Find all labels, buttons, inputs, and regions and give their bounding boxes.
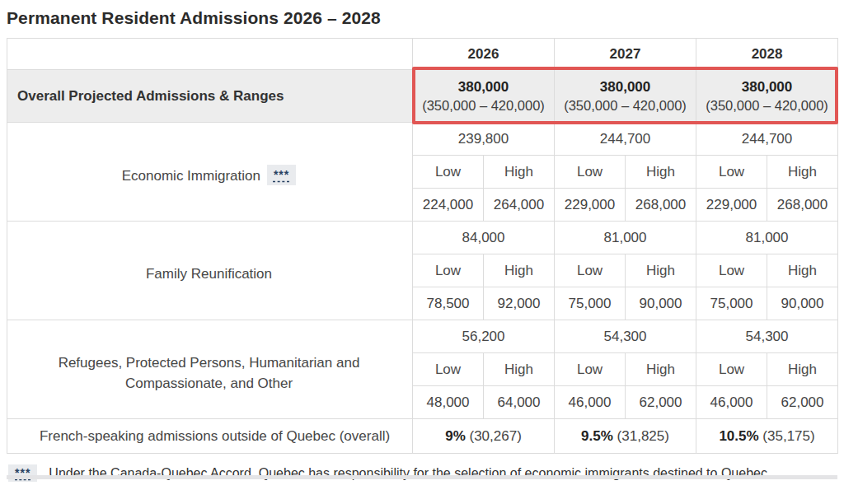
low-header: Low [696, 156, 767, 189]
family-target-2028: 81,000 [696, 222, 838, 254]
footnote-marker-link[interactable]: *** [267, 165, 296, 185]
overall-cell-2027: 380,000 (350,000 – 420,000) [555, 70, 696, 123]
french-cell-2027: 9.5% (31,825) [555, 419, 696, 454]
family-low-2028: 75,000 [696, 287, 767, 320]
overall-range: (350,000 – 420,000) [696, 97, 837, 114]
french-cell-2028: 10.5% (35,175) [696, 419, 838, 454]
overall-cell-2028: 380,000 (350,000 – 420,000) [696, 70, 838, 123]
french-count: (30,267) [470, 428, 522, 444]
admissions-table: 2026 2027 2028 Overall Projected Admissi… [7, 38, 838, 454]
economic-target-2026: 239,800 [413, 123, 555, 156]
family-target-row: Family Reunification 84,000 81,000 81,00… [7, 222, 838, 254]
high-header: High [484, 156, 555, 189]
refugees-low-2026: 48,000 [413, 386, 484, 419]
family-target-2027: 81,000 [555, 222, 696, 254]
refugees-high-2027: 62,000 [626, 386, 696, 419]
french-count: (31,825) [617, 428, 669, 444]
refugees-target-2027: 54,300 [555, 320, 696, 353]
family-low-2026: 78,500 [413, 287, 484, 320]
low-header: Low [555, 156, 626, 189]
refugees-target-2028: 54,300 [696, 320, 838, 353]
overall-value: 380,000 [413, 78, 554, 97]
admissions-table-wrap: 2026 2027 2028 Overall Projected Admissi… [7, 38, 837, 454]
overall-value: 380,000 [555, 78, 696, 97]
refugees-label-cell: Refugees, Protected Persons, Humanitaria… [7, 320, 413, 419]
high-header: High [626, 254, 696, 287]
family-label: Family Reunification [146, 266, 272, 282]
french-label: French-speaking admissions outside of Qu… [7, 419, 413, 454]
high-header: High [626, 353, 696, 386]
economic-high-2028: 268,000 [767, 189, 838, 222]
refugees-low-2028: 46,000 [696, 386, 767, 419]
low-header: Low [696, 353, 767, 386]
economic-low-2028: 229,000 [696, 189, 767, 222]
refugees-target-2026: 56,200 [413, 320, 555, 353]
high-header: High [484, 254, 555, 287]
low-header: Low [696, 254, 767, 287]
economic-target-2027: 244,700 [555, 123, 696, 156]
economic-high-2026: 264,000 [484, 189, 555, 222]
high-header: High [484, 353, 555, 386]
overall-range: (350,000 – 420,000) [413, 97, 554, 114]
bottom-divider [7, 475, 837, 479]
low-header: Low [413, 156, 484, 189]
year-header-row: 2026 2027 2028 [7, 39, 838, 70]
overall-row-label: Overall Projected Admissions & Ranges [7, 70, 413, 123]
low-header: Low [555, 353, 626, 386]
family-high-2027: 90,000 [626, 287, 696, 320]
overall-value: 380,000 [696, 78, 837, 97]
french-percent: 9% [445, 428, 466, 444]
refugees-label: Refugees, Protected Persons, Humanitaria… [59, 355, 360, 391]
economic-label: Economic Immigration [122, 168, 260, 184]
low-header: Low [413, 254, 484, 287]
family-high-2028: 90,000 [767, 287, 838, 320]
economic-low-2026: 224,000 [413, 189, 484, 222]
french-percent: 9.5% [581, 428, 613, 444]
low-header: Low [555, 254, 626, 287]
french-cell-2026: 9% (30,267) [413, 419, 555, 454]
refugees-low-2027: 46,000 [555, 386, 626, 419]
family-low-2027: 75,000 [555, 287, 626, 320]
overall-cell-2026: 380,000 (350,000 – 420,000) [413, 70, 555, 123]
header-empty-cell [7, 39, 413, 70]
page: Permanent Resident Admissions 2026 – 202… [0, 0, 844, 482]
overall-row: Overall Projected Admissions & Ranges 38… [7, 70, 838, 123]
family-high-2026: 92,000 [484, 287, 555, 320]
page-title: Permanent Resident Admissions 2026 – 202… [7, 8, 837, 28]
refugees-high-2028: 62,000 [767, 386, 838, 419]
french-percent: 10.5% [719, 428, 758, 444]
economic-low-2027: 229,000 [555, 189, 626, 222]
high-header: High [626, 156, 696, 189]
year-header-2028: 2028 [696, 39, 838, 70]
family-target-2026: 84,000 [413, 222, 555, 254]
economic-label-cell: Economic Immigration*** [7, 123, 413, 222]
refugees-target-row: Refugees, Protected Persons, Humanitaria… [7, 320, 838, 353]
overall-range: (350,000 – 420,000) [555, 97, 696, 114]
french-row: French-speaking admissions outside of Qu… [7, 419, 838, 454]
economic-high-2027: 268,000 [626, 189, 696, 222]
refugees-high-2026: 64,000 [484, 386, 555, 419]
economic-target-2028: 244,700 [696, 123, 838, 156]
high-header: High [767, 254, 838, 287]
high-header: High [767, 353, 838, 386]
high-header: High [767, 156, 838, 189]
year-header-2027: 2027 [555, 39, 696, 70]
economic-target-row: Economic Immigration*** 239,800 244,700 … [7, 123, 838, 156]
french-count: (35,175) [762, 428, 814, 444]
year-header-2026: 2026 [413, 39, 555, 70]
low-header: Low [413, 353, 484, 386]
family-label-cell: Family Reunification [7, 222, 413, 320]
